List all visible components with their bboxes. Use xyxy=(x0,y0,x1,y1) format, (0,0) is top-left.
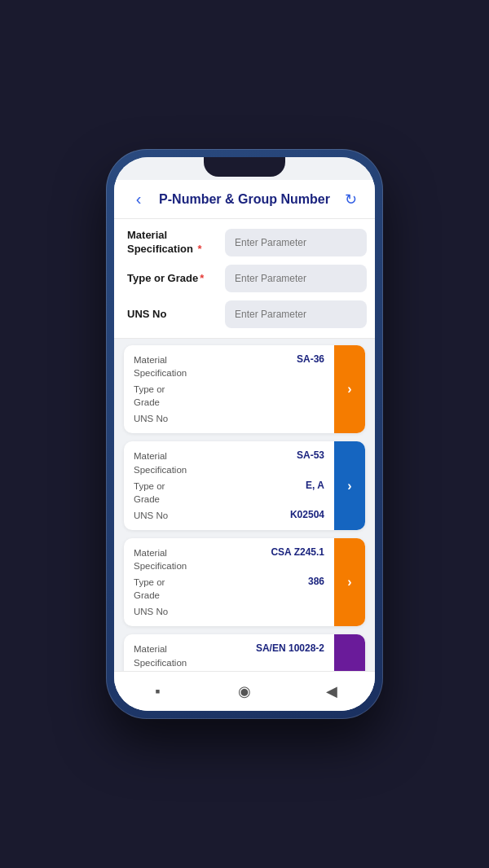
card-3-type-grade-value: 386 xyxy=(308,576,324,587)
card-4-mat-spec-label: MaterialSpecification xyxy=(134,642,187,669)
card-4-mat-spec-row: MaterialSpecification SA/EN 10028-2 xyxy=(134,642,324,669)
material-spec-label: MaterialSpecification * xyxy=(127,229,225,256)
app-header: ‹ P-Number & Group Number ↻ xyxy=(114,180,375,219)
result-card-2[interactable]: MaterialSpecification SA-53 Type orGrade… xyxy=(124,441,365,529)
card-1-type-grade-label: Type orGrade xyxy=(134,383,165,409)
card-2-uns-no-label: UNS No xyxy=(134,509,168,522)
page-title: P-Number & Group Number xyxy=(150,192,339,207)
card-2-mat-spec-row: MaterialSpecification SA-53 xyxy=(134,449,324,476)
bottom-navigation: ▪ ◉ ◀ xyxy=(114,671,375,711)
card-2-mat-spec-value: SA-53 xyxy=(297,449,324,461)
material-specification-input[interactable] xyxy=(225,229,367,256)
result-card-4[interactable]: MaterialSpecification SA/EN 10028-2 Type… xyxy=(124,634,365,671)
card-3-type-grade-row: Type orGrade 386 xyxy=(134,576,324,602)
card-3-uns-no-label: UNS No xyxy=(134,605,168,618)
card-2-uns-no-value: K02504 xyxy=(290,509,324,520)
phone-frame: ‹ P-Number & Group Number ↻ MaterialSpec… xyxy=(106,149,383,719)
card-1-mat-spec-row: MaterialSpecification SA-36 xyxy=(134,353,324,379)
screen-content: ‹ P-Number & Group Number ↻ MaterialSpec… xyxy=(114,157,375,711)
card-2-content: MaterialSpecification SA-53 Type orGrade… xyxy=(124,441,334,529)
card-4-arrow[interactable]: › xyxy=(334,634,365,671)
type-or-grade-input[interactable] xyxy=(225,265,367,292)
results-list: MaterialSpecification SA-36 Type orGrade… xyxy=(114,339,375,671)
card-3-arrow[interactable]: › xyxy=(334,538,365,626)
card-2-uns-no-row: UNS No K02504 xyxy=(134,509,324,522)
uns-no-input[interactable] xyxy=(225,300,367,328)
uns-no-field-row: UNS No xyxy=(127,300,362,328)
material-spec-field-row: MaterialSpecification * xyxy=(127,229,362,256)
card-2-arrow[interactable]: › xyxy=(334,441,365,529)
card-1-type-grade-row: Type orGrade xyxy=(134,383,324,409)
phone-screen: ‹ P-Number & Group Number ↻ MaterialSpec… xyxy=(114,157,375,711)
back-button[interactable]: ‹ xyxy=(127,190,150,208)
uns-no-label: UNS No xyxy=(127,308,225,322)
card-3-type-grade-label: Type orGrade xyxy=(134,576,165,602)
required-asterisk-1: * xyxy=(198,243,202,255)
result-card-1[interactable]: MaterialSpecification SA-36 Type orGrade… xyxy=(124,345,365,433)
card-1-mat-spec-label: MaterialSpecification xyxy=(134,353,187,379)
nav-square-button[interactable]: ▪ xyxy=(146,680,169,703)
nav-back-button[interactable]: ◀ xyxy=(320,680,343,703)
notch xyxy=(204,157,285,177)
card-3-content: MaterialSpecification CSA Z245.1 Type or… xyxy=(124,538,334,626)
card-4-content: MaterialSpecification SA/EN 10028-2 Type… xyxy=(124,634,334,671)
card-1-arrow[interactable]: › xyxy=(334,345,365,433)
type-grade-field-row: Type or Grade* xyxy=(127,265,362,292)
card-4-mat-spec-value: SA/EN 10028-2 xyxy=(256,642,324,654)
result-card-3[interactable]: MaterialSpecification CSA Z245.1 Type or… xyxy=(124,538,365,626)
card-2-mat-spec-label: MaterialSpecification xyxy=(134,449,187,476)
card-3-mat-spec-label: MaterialSpecification xyxy=(134,546,187,572)
card-1-uns-no-row: UNS No xyxy=(134,412,324,425)
card-3-mat-spec-value: CSA Z245.1 xyxy=(271,546,324,558)
card-2-type-grade-label: Type orGrade xyxy=(134,480,165,506)
card-1-uns-no-label: UNS No xyxy=(134,412,168,425)
card-1-content: MaterialSpecification SA-36 Type orGrade… xyxy=(124,345,334,433)
card-2-type-grade-row: Type orGrade E, A xyxy=(134,480,324,506)
type-grade-label: Type or Grade* xyxy=(127,272,225,286)
card-2-type-grade-value: E, A xyxy=(306,480,324,491)
refresh-button[interactable]: ↻ xyxy=(339,191,362,208)
card-3-mat-spec-row: MaterialSpecification CSA Z245.1 xyxy=(134,546,324,572)
card-3-uns-no-row: UNS No xyxy=(134,605,324,618)
required-asterisk-2: * xyxy=(200,272,204,284)
search-section: MaterialSpecification * Type or Grade* U… xyxy=(114,219,375,339)
card-1-mat-spec-value: SA-36 xyxy=(297,353,324,365)
nav-home-button[interactable]: ◉ xyxy=(233,680,256,703)
